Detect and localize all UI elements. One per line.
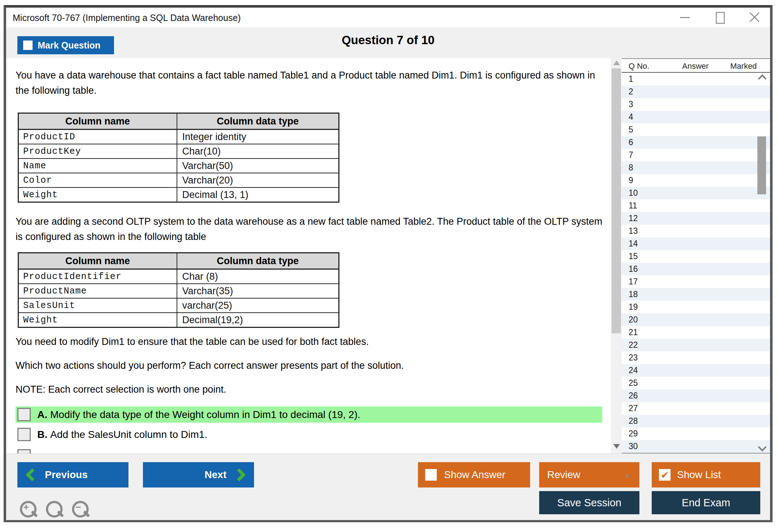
content-scrollbar[interactable] [611,58,622,453]
column-data-type-cell: Decimal(19,2) [177,313,339,328]
table-row: NameVarchar(50) [18,159,339,173]
question-list-row[interactable]: 11 [622,199,770,212]
question-list-row[interactable]: 18 [622,288,770,301]
question-paragraph-2: You are adding a second OLTP system to t… [16,214,607,244]
zoom-out-icon[interactable]: − [71,500,92,521]
dim1-schema-table: Column name Column data type ProductIDIn… [18,113,339,203]
question-list-row[interactable]: 29 [622,427,770,440]
list-scroll-up-icon[interactable] [758,74,766,83]
save-session-label: Save Session [557,497,621,509]
scroll-up-icon[interactable] [613,60,620,65]
question-list-row[interactable]: 3 [622,98,770,111]
question-number: 16 [629,264,638,274]
question-counter: Question 7 of 10 [6,33,770,47]
question-number: 22 [629,340,638,350]
end-exam-button[interactable]: End Exam [652,491,760,514]
question-list-row[interactable]: 8 [622,161,770,174]
question-content: You have a data warehouse that contains … [6,58,611,453]
column-header-qno: Q No. [629,62,649,71]
question-number: 5 [629,125,633,135]
table-row: SalesUnitvarchar(25) [18,298,339,313]
zoom-reset-icon[interactable] [45,500,65,521]
question-number: 4 [629,112,633,122]
question-list-row[interactable]: 14 [622,237,770,250]
previous-button[interactable]: Previous [17,462,128,487]
question-list-row[interactable]: 15 [622,250,770,263]
question-note: NOTE: Each correct selection is worth on… [16,382,226,397]
question-list-rows: 1234567891011121314151617181920212223242… [622,73,770,453]
minimize-icon[interactable] [679,11,691,24]
zoom-controls: + − [19,500,92,521]
question-list-row[interactable]: 9 [622,174,770,187]
list-scroll-down-icon[interactable] [758,443,766,451]
question-number: 28 [629,416,638,426]
question-list-row[interactable]: 10 [622,187,770,199]
table2-header-column-data-type: Column data type [177,253,339,269]
save-session-button[interactable]: Save Session [539,491,639,514]
option-c-checkbox-partial[interactable] [17,449,31,453]
table1-header-column-data-type: Column data type [177,113,339,130]
table-row: ProductIdentifierChar (8) [18,269,339,284]
question-number: 9 [629,176,633,185]
question-list-row[interactable]: 5 [622,123,770,136]
app-window: Microsoft 70-767 (Implementing a SQL Dat… [4,5,773,522]
option-row-a[interactable]: A. Modify the data type of the Weight co… [16,406,602,423]
question-list-row[interactable]: 6 [622,136,770,149]
question-number: 24 [629,366,638,375]
question-list-row[interactable]: 20 [622,313,770,326]
question-list-row[interactable]: 19 [622,301,770,313]
chevron-left-icon [26,468,39,482]
question-number: 3 [629,100,633,109]
option-row-b[interactable]: B. Add the SalesUnit column to Dim1. [16,426,602,443]
scroll-down-icon[interactable] [613,444,620,449]
column-data-type-cell: Char (8) [177,269,339,284]
question-number: 25 [629,378,638,388]
show-answer-checkbox[interactable] [425,469,437,481]
question-list-row[interactable]: 24 [622,364,770,377]
question-list-scrollbar[interactable] [756,73,767,453]
next-button[interactable]: Next [143,462,254,487]
question-list-row[interactable]: 13 [622,225,770,237]
question-number: 7 [629,150,633,160]
column-name-cell: Name [18,159,177,173]
question-list-row[interactable]: 21 [622,326,770,339]
option-checkbox[interactable] [17,428,31,441]
show-list-button[interactable]: ✔ Show List [652,462,760,487]
column-data-type-cell: Integer identity [177,130,339,144]
zoom-in-icon[interactable]: + [19,500,39,521]
question-list-row[interactable]: 22 [622,339,770,351]
column-data-type-cell: Varchar(50) [177,159,339,173]
question-list-row[interactable]: 12 [622,212,770,225]
show-list-checkbox[interactable]: ✔ [659,469,671,481]
content-scrollbar-thumb[interactable] [612,68,621,333]
column-name-cell: ProductName [18,284,177,298]
question-list-row[interactable]: 23 [622,351,770,364]
question-list-row[interactable]: 28 [622,415,770,427]
question-number: 23 [629,353,638,363]
column-name-cell: SalesUnit [18,298,177,313]
table-row: WeightDecimal (13, 1) [18,187,339,202]
table-row: WeightDecimal(19,2) [18,313,339,328]
close-icon[interactable] [748,11,761,24]
question-list-row[interactable]: 16 [622,263,770,275]
question-list-row[interactable]: 30 [622,440,770,453]
question-list-row[interactable]: 26 [622,389,770,402]
list-scrollbar-thumb[interactable] [757,136,766,194]
next-label: Next [204,469,227,481]
column-name-cell: ProductID [18,130,177,144]
question-list-row[interactable]: 2 [622,85,770,98]
question-list-row[interactable]: 25 [622,377,770,389]
triangle-up-icon: ▲ [625,472,631,479]
column-data-type-cell: Varchar(35) [177,284,339,298]
question-list-row[interactable]: 17 [622,275,770,288]
show-answer-button[interactable]: Show Answer [418,462,530,487]
question-list-row[interactable]: 7 [622,149,770,161]
question-list-row[interactable]: 1 [622,73,770,85]
question-list-row[interactable]: 4 [622,111,770,123]
review-button[interactable]: Review ▲ [539,462,639,487]
maximize-icon[interactable] [714,11,726,24]
question-number: 18 [629,290,638,299]
option-checkbox[interactable] [17,408,31,421]
question-list-row[interactable]: 27 [622,402,770,415]
question-number: 6 [629,138,633,147]
